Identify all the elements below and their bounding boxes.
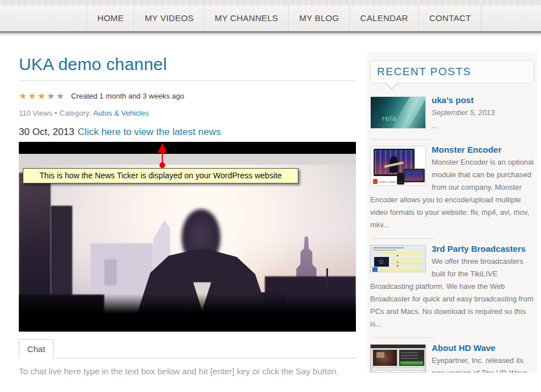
stars-empty[interactable]: ★★	[47, 91, 65, 101]
encoder-badge-icon	[373, 179, 378, 184]
window-titlebar	[371, 345, 425, 348]
building-window	[104, 259, 117, 285]
ticker-date: 30 Oct, 2013	[19, 126, 74, 137]
video-top-strip	[19, 154, 356, 165]
tab-chat[interactable]: Chat	[19, 339, 54, 358]
panel-line	[401, 355, 418, 356]
star-rating[interactable]: ★★★★★	[19, 91, 65, 101]
video-preview	[373, 350, 397, 366]
panel-line	[401, 358, 418, 359]
rating-row: ★★★★★ Created 1 month and 3 weeks ago	[19, 91, 356, 101]
post-separator	[371, 238, 434, 239]
highlight-bar	[380, 252, 423, 255]
settings-panel	[399, 350, 424, 366]
post-thumbnail-relax[interactable]: rela	[370, 96, 426, 129]
views-count: 110 Views	[19, 109, 52, 117]
nav-item-calendar[interactable]: CALENDAR	[350, 5, 419, 31]
form-area	[372, 368, 424, 373]
recent-post-uka: rela uka’s post September 5, 2013 ...	[370, 95, 534, 132]
form-input	[374, 370, 389, 373]
post-thumbnail-hd-wave[interactable]	[370, 344, 426, 373]
nav-item-my-videos[interactable]: MY VIDEOS	[134, 5, 204, 31]
meta-separator: •	[55, 109, 58, 117]
post-thumbnail-broadcasters[interactable]	[370, 245, 426, 272]
recent-posts-header: RECENT POSTS	[370, 60, 534, 83]
antenna	[326, 268, 328, 285]
chat-tab-row: Chat	[19, 339, 356, 358]
post-thumbnail-monster-encoder[interactable]: MOBILE READY ENCODER	[370, 146, 426, 186]
category-link[interactable]: Autos & Vehicles	[93, 109, 149, 117]
recent-posts-pointer	[385, 83, 400, 90]
post-separator	[371, 139, 434, 140]
main-nav: HOME MY VIDEOS MY CHANNELS MY BLOG CALEN…	[0, 5, 541, 31]
annotation-dot	[159, 162, 165, 168]
dna-ribbon	[384, 96, 426, 129]
recent-post-monster-encoder: MOBILE READY ENCODER Monster Encoder Mon…	[370, 145, 534, 231]
nav-item-contact[interactable]: CONTACT	[419, 5, 482, 31]
form-input	[408, 370, 423, 373]
nav-item-my-blog[interactable]: MY BLOG	[288, 5, 349, 31]
thumbnail-caption: rela	[382, 114, 397, 122]
encoder-badge-text: MOBILE READY ENCODER	[379, 181, 411, 183]
meta-row: 110 Views•Category: Autos & Vehicles	[19, 109, 356, 117]
text-line	[373, 247, 404, 248]
page-top-strip	[0, 0, 541, 5]
annotation-arrow-stem	[162, 152, 163, 164]
chat-hint-text: To chat live here type in the text box b…	[19, 364, 341, 378]
recent-post-broadcasters: 3rd Party Broadcasters We offer three br…	[370, 244, 534, 330]
recent-post-hd-wave: About HD Wave Eyepartner, Inc. released …	[370, 343, 534, 373]
start-broadcast-button	[400, 361, 423, 365]
tab-row-line	[54, 339, 356, 358]
stars-filled[interactable]: ★★★	[19, 91, 47, 101]
nav-item-my-channels[interactable]: MY CHANNELS	[204, 5, 288, 31]
mini-player	[374, 257, 389, 267]
projection-screen	[376, 352, 384, 358]
highlight-bar	[391, 263, 422, 265]
sidebar-recent-posts: RECENT POSTS rela uka’s post September 5…	[367, 52, 537, 373]
video-scene	[19, 165, 356, 313]
ticker-link[interactable]: Click here to view the latest news	[77, 126, 220, 137]
bottom-fade	[19, 294, 356, 313]
nav-item-home[interactable]: HOME	[87, 5, 134, 31]
form-input	[391, 370, 406, 373]
post-separator	[371, 337, 434, 338]
brick-building-left	[19, 173, 51, 313]
step-badge	[372, 267, 378, 272]
page-title: UKA demo channel	[19, 55, 356, 74]
news-ticker: 30 Oct, 2013Click here to view the lates…	[19, 126, 356, 138]
nav-shadow	[0, 31, 541, 36]
title-divider	[19, 80, 356, 81]
highlight-bar	[379, 268, 423, 271]
play-icon	[379, 260, 383, 264]
highlight-bar	[391, 258, 422, 261]
category-label: Category:	[59, 109, 91, 117]
panel-line	[401, 352, 418, 353]
created-text: Created 1 month and 3 weeks ago	[71, 92, 185, 100]
annotation-tooltip: This is how the News Ticker is displayed…	[23, 168, 298, 183]
text-line	[373, 250, 396, 251]
main-content: UKA demo channel ★★★★★ Created 1 month a…	[19, 55, 356, 378]
